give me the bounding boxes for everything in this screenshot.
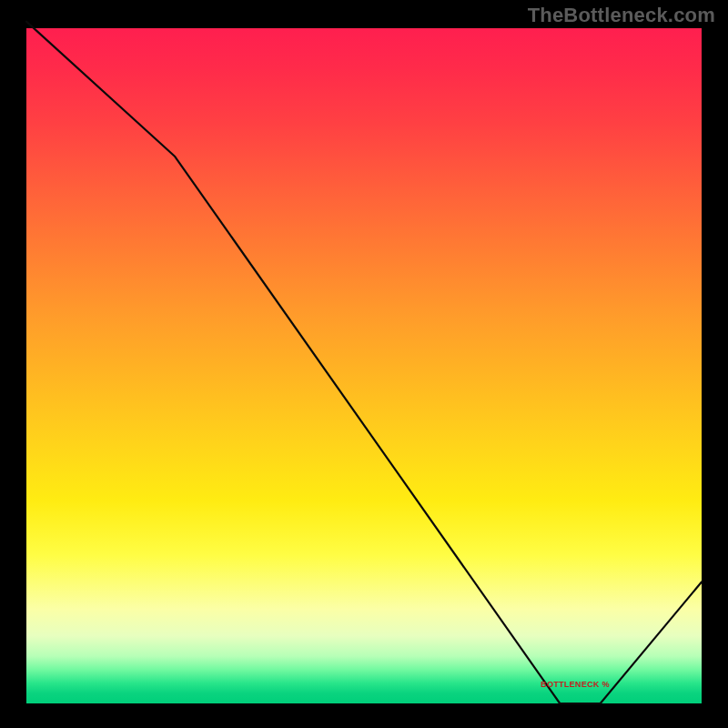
chart-container: TheBottleneck.com BOTTLENECK % — [0, 0, 728, 728]
curve-path — [26, 22, 702, 703]
watermark-text: TheBottleneck.com — [528, 4, 715, 27]
plot-area: BOTTLENECK % — [25, 27, 703, 704]
bottleneck-curve — [26, 28, 702, 703]
series-label: BOTTLENECK % — [541, 680, 610, 689]
